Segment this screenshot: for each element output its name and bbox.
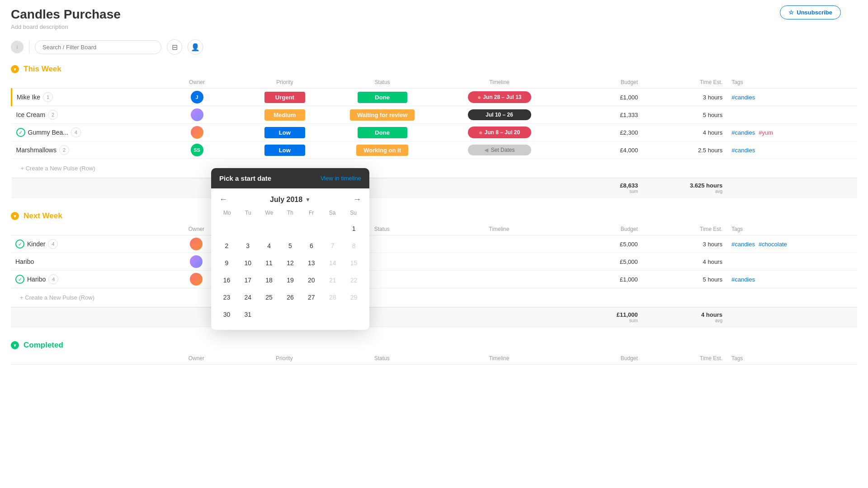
col-timeline-header: Timeline [434, 352, 564, 365]
col-tags-header: Tags [727, 223, 857, 235]
calendar-day[interactable]: 1 [346, 221, 362, 237]
completed-title: Completed [24, 341, 63, 350]
calendar-day[interactable]: 25 [261, 289, 277, 305]
calendar-day[interactable]: 11 [261, 255, 277, 271]
table-row: Haribo Medium £5,000 [11, 253, 857, 271]
add-row-button[interactable]: + Create a New Pulse (Row) [15, 291, 853, 305]
calendar-day[interactable]: 5 [282, 238, 298, 254]
row-item-cell: Mike Ike 1 [12, 89, 155, 106]
row-num: 4 [48, 274, 58, 284]
this-week-table: Owner Priority Status Timeline Budget Ti… [11, 76, 857, 198]
row-name: Haribo [15, 258, 34, 265]
row-item-name: Haribo [15, 258, 150, 265]
next-week-toggle[interactable]: ▼ [11, 212, 19, 220]
table-row: Ice Cream 2 Medium Waiting for review [12, 106, 858, 124]
avatar: SS [191, 144, 203, 156]
set-dates-badge[interactable]: ◀ Set Dates [468, 145, 531, 155]
tag[interactable]: #candies [731, 147, 755, 154]
calendar-day[interactable]: 30 [218, 306, 235, 323]
add-row-button[interactable]: + Create a New Pulse (Row) [16, 161, 853, 175]
row-priority-cell: Medium [239, 106, 330, 124]
calendar-day[interactable]: 17 [240, 272, 256, 288]
col-budget-header: Budget [564, 76, 642, 89]
prev-month-button[interactable]: ← [219, 195, 227, 204]
next-month-button[interactable]: → [353, 195, 361, 204]
page-header: Candles Purchase Add board description [0, 0, 868, 34]
tag-pink[interactable]: #yum [759, 129, 773, 136]
this-week-header-row: Owner Priority Status Timeline Budget Ti… [12, 76, 858, 89]
calendar-day[interactable]: 31 [240, 306, 256, 323]
calendar-day[interactable]: 10 [240, 255, 256, 271]
calendar-day[interactable]: 27 [303, 289, 320, 305]
search-input[interactable] [35, 40, 161, 54]
calendar-dropdown-icon[interactable]: ▼ [305, 197, 311, 203]
timeline-badge[interactable]: ● Jun 8 – Jul 20 [468, 127, 531, 138]
calendar-day[interactable]: 26 [282, 289, 298, 305]
row-budget-cell: £1,000 [564, 271, 642, 288]
status-badge[interactable]: Done [358, 92, 407, 103]
calendar-day[interactable]: 12 [282, 255, 298, 271]
row-tags-cell [727, 106, 857, 124]
this-week-toggle[interactable]: ▼ [11, 65, 19, 73]
row-status-cell: Working on it [330, 141, 434, 159]
check-icon: ✓ [16, 128, 25, 137]
calendar-day[interactable]: 2 [218, 238, 235, 254]
priority-badge[interactable]: Urgent [264, 92, 305, 103]
timeline-badge[interactable]: ● Jun 28 – Jul 13 [468, 91, 531, 103]
timeline-badge[interactable]: Jul 10 – 26 [468, 109, 531, 120]
calendar-day[interactable]: 13 [303, 255, 320, 271]
row-budget-cell: £4,000 [564, 141, 642, 159]
tag[interactable]: #candies [731, 241, 755, 248]
row-num: 1 [43, 92, 53, 102]
priority-badge[interactable]: Low [264, 145, 305, 156]
row-budget-cell: £1,333 [564, 106, 642, 124]
summary-budget-cell: £8,633 sum [564, 178, 642, 198]
calendar-day[interactable]: 16 [218, 272, 235, 288]
calendar-day[interactable]: 4 [261, 238, 277, 254]
calendar-nav: ← July 2018 ▼ → [211, 188, 369, 207]
person-icon[interactable]: 👤 [188, 39, 203, 55]
row-tags-cell [727, 253, 857, 271]
row-tags-cell: #candies #chocolate [727, 235, 857, 253]
unsubscribe-button[interactable]: ☆ Unsubscribe [780, 5, 841, 19]
timeest-value: 2.5 hours [698, 147, 722, 154]
add-row-row: + Create a New Pulse (Row) [12, 159, 858, 178]
status-badge[interactable]: Done [358, 127, 407, 138]
col-timeline-header: Timeline [434, 76, 565, 89]
row-num: 4 [48, 239, 58, 249]
completed-toggle[interactable]: ▼ [11, 341, 19, 349]
priority-badge[interactable]: Low [264, 127, 305, 138]
calendar-day[interactable]: 24 [240, 289, 256, 305]
next-week-section: ▼ Next Week Owner Priority Status Timeli… [0, 207, 868, 327]
completed-header: ▼ Completed [0, 336, 868, 352]
calendar-day[interactable]: 19 [282, 272, 298, 288]
row-item-cell: ✓ Haribo 4 [11, 271, 154, 288]
row-tags-cell: #candies [727, 271, 857, 288]
tag2[interactable]: #chocolate [759, 241, 787, 248]
section-divider-2 [0, 327, 868, 336]
calendar-day[interactable]: 6 [303, 238, 320, 254]
priority-badge[interactable]: Medium [264, 109, 305, 121]
calendar-day[interactable]: 9 [218, 255, 235, 271]
toolbar: i ⊟ 👤 [0, 34, 868, 60]
row-timeline-cell [434, 253, 564, 271]
calendar-day[interactable]: 23 [218, 289, 235, 305]
completed-table-container: Owner Priority Status Timeline Budget Ti… [0, 352, 868, 365]
month-year-display: July 2018 ▼ [270, 196, 311, 204]
tag[interactable]: #candies [731, 94, 755, 101]
page-description[interactable]: Add board description [11, 23, 857, 30]
table-row: ✓ Kinder 4 Low [11, 235, 857, 253]
owner-cell [159, 126, 235, 139]
status-badge[interactable]: Waiting for review [350, 109, 415, 121]
summary-empty2 [434, 178, 565, 198]
view-timeline-link[interactable]: View in timeline [321, 175, 361, 182]
tag[interactable]: #candies [731, 276, 755, 283]
row-item-name: Marshmallows 2 [16, 145, 151, 155]
page-title: Candles Purchase [11, 7, 857, 22]
status-badge[interactable]: Working on it [356, 145, 408, 156]
calendar-day[interactable]: 20 [303, 272, 320, 288]
tag[interactable]: #candies [731, 129, 755, 136]
calendar-day[interactable]: 18 [261, 272, 277, 288]
calendar-day[interactable]: 3 [240, 238, 256, 254]
filter-icon[interactable]: ⊟ [167, 39, 182, 55]
